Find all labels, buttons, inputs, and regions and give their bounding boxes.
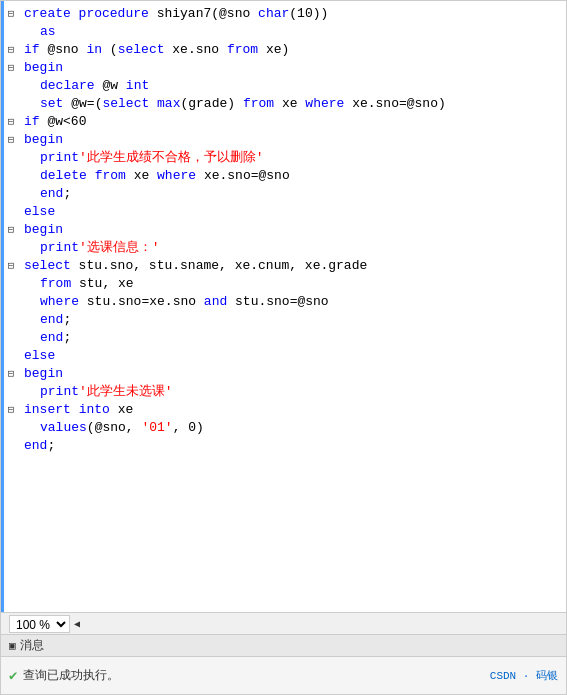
fold-marker	[6, 293, 16, 311]
fold-marker	[6, 419, 16, 437]
code-line: else	[22, 203, 566, 221]
code-line: begin	[22, 365, 566, 383]
fold-marker[interactable]: ⊟	[6, 113, 16, 131]
fold-marker	[6, 329, 16, 347]
fold-marker	[6, 311, 16, 329]
code-area: ⊟⊟⊟⊟⊟⊟⊟⊟⊟ create procedure shiyan7(@sno …	[1, 1, 566, 612]
fold-marker[interactable]: ⊟	[6, 131, 16, 149]
code-line: select stu.sno, stu.sname, xe.cnum, xe.g…	[22, 257, 566, 275]
fold-marker	[6, 167, 16, 185]
fold-marker	[6, 77, 16, 95]
bottom-tab-icon: ▣	[9, 639, 16, 652]
fold-marker[interactable]: ⊟	[6, 41, 16, 59]
code-line: begin	[22, 131, 566, 149]
fold-marker	[6, 23, 16, 41]
fold-marker	[6, 149, 16, 167]
code-line: from stu, xe	[22, 275, 566, 293]
code-line: begin	[22, 59, 566, 77]
code-line: end;	[22, 311, 566, 329]
code-lines: create procedure shiyan7(@sno char(10))a…	[18, 1, 566, 612]
code-line: as	[22, 23, 566, 41]
brand-text: CSDN · 码银	[490, 668, 558, 683]
code-line: begin	[22, 221, 566, 239]
fold-marker	[6, 437, 16, 455]
success-icon: ✔	[9, 667, 17, 684]
code-line: create procedure shiyan7(@sno char(10))	[22, 5, 566, 23]
status-bar: 100 %75 %125 %150 % ◀	[1, 612, 566, 634]
fold-marker[interactable]: ⊟	[6, 5, 16, 23]
fold-marker	[6, 185, 16, 203]
code-line: print'选课信息：'	[22, 239, 566, 257]
code-line: if @w<60	[22, 113, 566, 131]
code-line: delete from xe where xe.sno=@sno	[22, 167, 566, 185]
editor-container: ⊟⊟⊟⊟⊟⊟⊟⊟⊟ create procedure shiyan7(@sno …	[0, 0, 567, 695]
fold-marker	[6, 239, 16, 257]
code-line: end;	[22, 185, 566, 203]
code-line: values(@sno, '01', 0)	[22, 419, 566, 437]
bottom-message: 查询已成功执行。	[23, 667, 119, 684]
code-line: if @sno in (select xe.sno from xe)	[22, 41, 566, 59]
bottom-tab-label: 消息	[20, 637, 44, 654]
bottom-tab[interactable]: ▣ 消息	[1, 635, 566, 657]
code-line: declare @w int	[22, 77, 566, 95]
code-line: where stu.sno=xe.sno and stu.sno=@sno	[22, 293, 566, 311]
fold-marker	[6, 95, 16, 113]
bottom-content: ✔ 查询已成功执行。 CSDN · 码银	[1, 657, 566, 694]
code-line: insert into xe	[22, 401, 566, 419]
fold-marker	[6, 383, 16, 401]
fold-marker[interactable]: ⊟	[6, 59, 16, 77]
code-line: print'此学生未选课'	[22, 383, 566, 401]
code-line: print'此学生成绩不合格，予以删除'	[22, 149, 566, 167]
code-line: end;	[22, 329, 566, 347]
fold-marker[interactable]: ⊟	[6, 257, 16, 275]
code-line: end;	[22, 437, 566, 455]
code-line: else	[22, 347, 566, 365]
fold-marker	[6, 275, 16, 293]
zoom-select[interactable]: 100 %75 %125 %150 %	[9, 615, 70, 633]
bottom-panel: ▣ 消息 ✔ 查询已成功执行。 CSDN · 码银	[1, 634, 566, 694]
fold-marker	[6, 347, 16, 365]
fold-marker[interactable]: ⊟	[6, 365, 16, 383]
code-line: set @w=(select max(grade) from xe where …	[22, 95, 566, 113]
fold-gutter: ⊟⊟⊟⊟⊟⊟⊟⊟⊟	[4, 1, 18, 612]
fold-marker	[6, 203, 16, 221]
scroll-left-btn[interactable]: ◀	[74, 618, 80, 630]
fold-marker[interactable]: ⊟	[6, 221, 16, 239]
fold-marker[interactable]: ⊟	[6, 401, 16, 419]
